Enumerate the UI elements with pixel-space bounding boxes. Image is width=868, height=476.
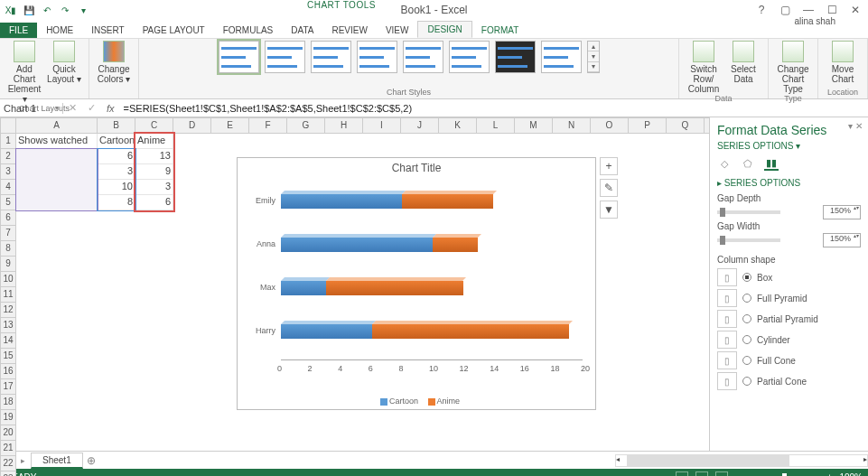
move-chart-button[interactable]: Move Chart [824, 41, 862, 84]
row-header[interactable]: 16 [0, 364, 16, 379]
column-shape-option[interactable]: ▯Partial Cone [717, 372, 861, 390]
radio-icon[interactable] [742, 314, 751, 323]
column-header[interactable]: J [401, 117, 439, 134]
chart-legend[interactable]: Cartoon Anime [238, 397, 595, 406]
horizontal-scrollbar[interactable]: ◂ ▸ [615, 454, 868, 467]
column-header[interactable]: E [211, 117, 249, 134]
enter-icon[interactable]: ✓ [82, 102, 101, 114]
tab-format[interactable]: FORMAT [472, 23, 527, 38]
cell[interactable]: 6 [135, 195, 173, 210]
row-header[interactable]: 3 [0, 164, 16, 180]
row-header[interactable]: 7 [0, 226, 16, 241]
cell[interactable]: 6 [98, 149, 135, 164]
series-options-link[interactable]: SERIES OPTIONS ▾ [717, 141, 861, 151]
bar-segment-anime[interactable] [326, 281, 462, 295]
add-chart-element-button[interactable]: Add Chart Element ▾ [5, 41, 43, 104]
undo-icon[interactable]: ↶ [40, 3, 54, 17]
column-shape-option[interactable]: ▯Box [717, 268, 861, 286]
column-shape-option[interactable]: ▯Partial Pyramid [717, 310, 861, 328]
column-header[interactable]: B [98, 117, 135, 134]
tab-data[interactable]: DATA [282, 23, 322, 38]
select-all-corner[interactable] [0, 117, 16, 134]
name-box[interactable]: Chart 1▾ [0, 103, 63, 114]
row-headers[interactable]: 1234567891011121314151617181920212223242… [0, 134, 16, 476]
radio-icon[interactable] [742, 273, 751, 282]
bar-segment-cartoon[interactable] [281, 324, 372, 339]
chart-style-thumb[interactable] [495, 41, 536, 73]
bar-segment-cartoon[interactable] [281, 194, 402, 209]
column-header[interactable]: P [629, 117, 667, 134]
tab-file[interactable]: FILE [0, 23, 37, 38]
tab-insert[interactable]: INSERT [82, 23, 134, 38]
row-header[interactable]: 14 [0, 333, 16, 349]
cell[interactable]: 8 [98, 195, 135, 210]
series-options-icon[interactable]: ▮▮ [764, 156, 779, 171]
ribbon-options-button[interactable]: ▢ [778, 4, 792, 16]
row-header[interactable]: 21 [0, 441, 16, 456]
row-header[interactable]: 12 [0, 303, 16, 318]
quick-layout-button[interactable]: Quick Layout ▾ [45, 41, 83, 104]
cell[interactable]: 13 [135, 149, 173, 164]
gap-depth-value[interactable]: 150% [823, 205, 861, 219]
column-shape-option[interactable]: ▯Full Cone [717, 351, 861, 369]
cell[interactable]: Max [16, 164, 98, 180]
maximize-button[interactable]: ☐ [825, 4, 839, 16]
embedded-chart[interactable]: Chart Title EmilyAnnaMaxHarry02468101214… [237, 157, 596, 410]
close-button[interactable]: ✕ [848, 4, 863, 16]
cell[interactable]: Cartoon [98, 134, 135, 149]
cell[interactable]: Anime [135, 134, 173, 149]
gap-width-slider[interactable] [717, 238, 780, 242]
row-header[interactable]: 19 [0, 410, 16, 425]
column-header[interactable]: N [553, 117, 591, 134]
row-header[interactable]: 2 [0, 149, 16, 164]
row-header[interactable]: 23 [0, 471, 16, 476]
cancel-icon[interactable]: ✕ [63, 102, 82, 114]
column-shape-option[interactable]: ▯Full Pyramid [717, 289, 861, 307]
row-header[interactable]: 20 [0, 425, 16, 441]
pane-dropdown-icon[interactable]: ▾ ✕ [848, 121, 863, 131]
formula-input[interactable]: =SERIES(Sheet1!$C$1,Sheet1!$A$2:$A$5,She… [120, 103, 868, 114]
row-header[interactable]: 18 [0, 395, 16, 410]
gap-depth-slider[interactable] [717, 210, 780, 214]
chart-title[interactable]: Chart Title [238, 158, 595, 174]
user-name[interactable]: alina shah [794, 16, 835, 26]
fill-icon[interactable]: ◇ [717, 156, 732, 171]
chart-style-thumb[interactable] [449, 41, 490, 73]
column-header[interactable]: C [135, 117, 173, 134]
radio-icon[interactable] [742, 356, 751, 365]
cell[interactable]: 9 [135, 164, 173, 180]
row-header[interactable]: 11 [0, 287, 16, 303]
row-header[interactable]: 9 [0, 257, 16, 272]
tab-review[interactable]: REVIEW [322, 23, 376, 38]
cell[interactable]: 3 [135, 180, 173, 195]
column-header[interactable]: L [477, 117, 515, 134]
chart-plot-area[interactable]: EmilyAnnaMaxHarry02468101214161820 [281, 182, 583, 373]
gap-width-value[interactable]: 150% [823, 233, 861, 247]
series-options-section[interactable]: ▸ SERIES OPTIONS [717, 178, 861, 188]
column-shape-option[interactable]: ▯Cylinder [717, 331, 861, 349]
chart-styles-button[interactable]: ✎ [600, 179, 618, 197]
chart-style-thumb[interactable] [311, 41, 351, 73]
save-icon[interactable]: 💾 [22, 3, 36, 17]
change-chart-type-button[interactable]: Change Chart Type [774, 41, 812, 94]
effects-icon[interactable]: ⬠ [741, 156, 755, 171]
column-header[interactable]: I [363, 117, 401, 134]
cell[interactable]: Harry [16, 149, 98, 164]
column-header[interactable]: D [173, 117, 211, 134]
chart-elements-button[interactable]: + [600, 157, 618, 175]
cell[interactable]: 3 [98, 164, 135, 180]
row-header[interactable]: 5 [0, 195, 16, 210]
column-header[interactable]: G [287, 117, 325, 134]
column-header[interactable]: O [591, 117, 629, 134]
chart-style-thumb[interactable] [219, 41, 259, 73]
bar-segment-cartoon[interactable] [281, 238, 433, 252]
radio-icon[interactable] [742, 377, 751, 386]
cell[interactable]: Emily [16, 195, 98, 210]
row-header[interactable]: 15 [0, 349, 16, 364]
radio-icon[interactable] [742, 335, 751, 344]
redo-icon[interactable]: ↷ [58, 3, 72, 17]
tab-design[interactable]: DESIGN [417, 21, 471, 38]
tab-formulas[interactable]: FORMULAS [214, 23, 283, 38]
row-header[interactable]: 6 [0, 210, 16, 226]
column-header[interactable]: M [515, 117, 553, 134]
